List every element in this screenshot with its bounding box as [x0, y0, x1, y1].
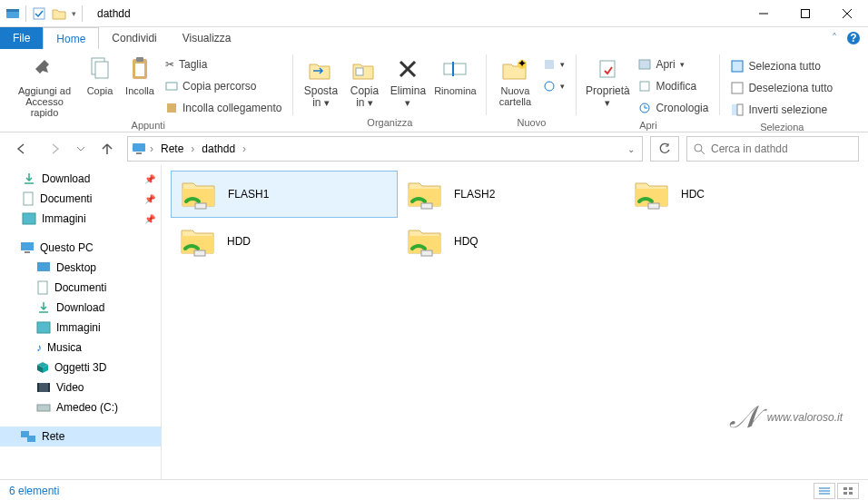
rename-button[interactable]: Rinomina — [429, 51, 480, 96]
up-button[interactable] — [94, 136, 120, 162]
tree-download[interactable]: Download📌 — [0, 169, 161, 189]
select-none-icon — [731, 82, 744, 94]
tree-pictures2[interactable]: Immagini — [0, 318, 161, 338]
group-new: ✦ Nuova cartella ▾ ▾ Nuovo — [488, 51, 574, 132]
qat-checkbox-icon[interactable] — [32, 6, 46, 21]
move-icon — [308, 54, 333, 83]
easy-access-button[interactable]: ▾ — [539, 76, 568, 96]
forward-button[interactable] — [42, 136, 67, 162]
tree-network[interactable]: Rete — [0, 426, 161, 446]
network-folder-icon — [179, 176, 219, 212]
paste-shortcut-button[interactable]: Incolla collegamento — [162, 98, 285, 118]
group-label: Appunti — [9, 118, 287, 134]
breadcrumb-folder[interactable]: dathdd — [198, 142, 239, 155]
delete-button[interactable]: Elimina▾ — [386, 51, 429, 108]
tree-documents2[interactable]: Documenti — [0, 278, 161, 298]
history-icon — [638, 102, 651, 114]
cut-button[interactable]: ✂Taglia — [162, 54, 285, 74]
separator — [719, 54, 720, 115]
invert-icon — [731, 103, 744, 116]
folder-item[interactable]: FLASH1 — [171, 171, 398, 218]
group-clipboard: Aggiungi ad Accesso rapido Copia Incolla… — [5, 51, 291, 132]
address-bar[interactable]: › Rete › dathdd › ⌄ — [127, 136, 643, 162]
copy-button[interactable]: Copia — [80, 51, 120, 96]
tree-music[interactable]: ♪Musica — [0, 338, 161, 358]
delete-icon — [397, 54, 419, 83]
chevron-right-icon[interactable]: › — [150, 142, 153, 155]
folder-item[interactable]: HDC — [625, 171, 852, 218]
chevron-right-icon[interactable]: › — [191, 142, 194, 155]
paste-button[interactable]: Incolla — [120, 51, 160, 96]
folder-item[interactable]: HDD — [171, 218, 398, 265]
group-label: Apri — [582, 118, 714, 134]
breadcrumb-root[interactable]: Rete — [157, 142, 187, 155]
tree-video[interactable]: Video — [0, 377, 161, 397]
folder-small-icon[interactable] — [52, 6, 66, 21]
details-view-button[interactable] — [814, 483, 835, 499]
tree-c-drive[interactable]: Amedeo (C:) — [0, 397, 161, 417]
network-folder-icon — [178, 223, 218, 260]
copy-to-button[interactable]: Copia in ▾ — [342, 51, 386, 109]
watermark-logo: 𝒩 — [730, 399, 755, 436]
address-dropdown-icon[interactable]: ⌄ — [627, 144, 635, 154]
content-pane[interactable]: FLASH1 FLASH2 HDC HDD HDQ — [162, 165, 868, 479]
ribbon-collapse-icon[interactable]: ˄ — [832, 32, 837, 44]
tree-desktop[interactable]: Desktop — [0, 258, 161, 278]
folder-name: FLASH1 — [228, 188, 269, 201]
qat-dropdown-icon[interactable]: ▾ — [72, 9, 76, 18]
tree-download2[interactable]: Download — [0, 298, 161, 318]
svg-rect-26 — [639, 60, 650, 69]
pin-icon: 📌 — [144, 214, 155, 224]
pin-icon — [33, 54, 56, 83]
pc-icon — [132, 142, 146, 155]
network-folder-icon — [632, 176, 672, 212]
svg-rect-10 — [95, 62, 108, 78]
folder-item[interactable]: HDQ — [398, 218, 625, 265]
tab-home[interactable]: Home — [43, 27, 99, 49]
select-all-button[interactable]: Seleziona tutto — [727, 56, 836, 76]
svg-point-35 — [695, 144, 702, 152]
refresh-button[interactable] — [650, 136, 679, 162]
move-to-button[interactable]: Sposta in ▾ — [299, 51, 342, 109]
paste-icon — [129, 54, 151, 83]
pc-icon2 — [20, 241, 35, 254]
properties-button[interactable]: Proprietà▾ — [582, 51, 633, 108]
invert-selection-button[interactable]: Inverti selezione — [727, 100, 836, 120]
tree-3d[interactable]: Oggetti 3D — [0, 358, 161, 377]
help-icon[interactable]: ? — [846, 31, 861, 45]
folder-item[interactable]: FLASH2 — [398, 171, 625, 218]
new-item-icon — [543, 58, 556, 71]
select-none-button[interactable]: Deseleziona tutto — [727, 78, 836, 98]
minimize-button[interactable] — [743, 0, 784, 27]
maximize-button[interactable] — [784, 0, 826, 27]
pin-quick-access-button[interactable]: Aggiungi ad Accesso rapido — [9, 51, 80, 118]
history-button[interactable]: Cronologia — [635, 98, 712, 118]
search-box[interactable] — [686, 136, 859, 162]
explorer-icon — [5, 6, 20, 21]
recent-dropdown[interactable] — [74, 136, 87, 162]
tab-share[interactable]: Condividi — [99, 27, 169, 49]
tree-this-pc[interactable]: Questo PC — [0, 238, 161, 258]
tree-documents[interactable]: Documenti📌 — [0, 189, 161, 209]
svg-rect-61 — [849, 487, 853, 490]
icons-view-button[interactable] — [837, 483, 859, 499]
open-button[interactable]: Apri ▾ — [635, 54, 712, 74]
watermark: 𝒩 www.valoroso.it — [730, 399, 843, 436]
document-icon — [36, 280, 49, 295]
properties-icon — [597, 54, 618, 83]
back-button[interactable] — [9, 136, 35, 162]
tree-pictures[interactable]: Immagini📌 — [0, 209, 161, 229]
chevron-right-icon[interactable]: › — [242, 142, 246, 155]
search-input[interactable] — [711, 142, 853, 155]
folder-name: HDD — [227, 235, 251, 248]
tab-view[interactable]: Visualizza — [170, 27, 244, 49]
svg-rect-14 — [166, 83, 177, 90]
svg-rect-49 — [37, 405, 50, 411]
tab-file[interactable]: File — [0, 27, 43, 49]
new-item-button[interactable]: ▾ — [539, 54, 568, 74]
close-button[interactable] — [826, 0, 868, 27]
new-folder-button[interactable]: ✦ Nuova cartella — [492, 51, 538, 107]
edit-button[interactable]: Modifica — [635, 76, 712, 96]
quick-access-toolbar: ▾ — [0, 5, 88, 22]
copy-path-button[interactable]: Copia percorso — [162, 76, 285, 96]
